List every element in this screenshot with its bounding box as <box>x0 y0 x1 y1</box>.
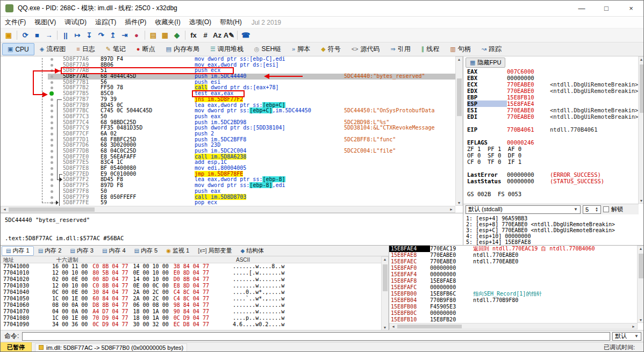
register-flags-row[interactable]: CF 0 TF 0 IF 1 <box>463 159 639 165</box>
bp-gutter-dot[interactable] <box>51 58 53 61</box>
tab-memory-map[interactable]: ▤内存布局 <box>161 43 205 55</box>
register-ebx[interactable]: EBX00000000 <box>463 75 639 81</box>
bp-gutter-dot[interactable] <box>51 116 53 118</box>
dump-row[interactable]: 7704109034 00 36 000C D9 04 7730 00 32 0… <box>1 321 381 328</box>
bp-gutter-dot[interactable] <box>51 127 53 130</box>
menu-view[interactable]: 视图(V) <box>30 17 60 28</box>
call-argument[interactable]: 1: [esp+4] 96A59BB3 <box>463 215 639 221</box>
command-input[interactable] <box>22 332 610 341</box>
dump-row[interactable]: 7704103012 00 10 00C0 8B 04 770E 00 0C 0… <box>1 283 381 289</box>
bp-gutter-dot[interactable] <box>51 173 53 176</box>
register-ebp[interactable]: EBP15E8FB10 <box>463 94 639 100</box>
stack-row[interactable]: 15E8FB08F45905E3 <box>389 304 644 310</box>
tab-locals[interactable]: [x=]局部变量 <box>194 246 236 256</box>
disasm-row[interactable]: 5D8F77F850push eax <box>1 189 455 195</box>
dump-row[interactable]: 7704106008 00 0A 00D8 8B 04 7706 00 08 0… <box>1 302 381 308</box>
tab-memory-4[interactable]: ▤内存 4 <box>98 246 130 256</box>
stack-row[interactable]: 15E8FAEC770EABE0ntdll.770EABE0 <box>389 258 644 265</box>
dump-vertical-scrollbar[interactable]: ▲ ▼ <box>381 256 389 331</box>
step-out-icon[interactable]: ↥ <box>107 30 119 41</box>
dump-row[interactable]: 770410400C 00 0E 0030 84 04 772A 00 2C 0… <box>1 289 381 296</box>
register-eip[interactable]: EIP770B4061ntdll.770B4061 <box>463 126 639 133</box>
bp-gutter-dot[interactable] <box>51 104 53 107</box>
phone-icon[interactable]: ☎ <box>240 30 252 41</box>
bp-gutter-dot[interactable] <box>51 167 53 170</box>
tab-breakpoints[interactable]: ●断点 <box>131 43 161 55</box>
stack-row[interactable]: 15E8FAE4770EAC19返回到 ntdll.770EAC19 自 ntd… <box>389 246 644 252</box>
bp-gutter-dot[interactable] <box>51 110 53 112</box>
unlock-checkbox[interactable] <box>603 206 609 212</box>
bp-gutter-dot[interactable] <box>51 178 53 181</box>
step-over-icon[interactable]: ↷ <box>95 30 107 41</box>
call-argument[interactable]: 4: [esp+10] 00000000 <box>463 233 639 239</box>
bp-gutter-dot[interactable] <box>51 81 53 84</box>
fx-icon[interactable]: fx <box>188 30 199 41</box>
register-esi[interactable]: ESI770EABE0<ntdll.DbgUiRemoteBreakin> <box>463 107 639 113</box>
patches-icon[interactable]: ▦ <box>159 30 171 41</box>
stack-row[interactable]: 15E8FAE8770EABE0ntdll.770EABE0 <box>389 252 644 258</box>
stack-row[interactable]: 15E8FB0C00000000 <box>389 310 644 317</box>
disasm-row[interactable]: 5D8F77FE59pop ecx <box>1 200 455 206</box>
restart-icon[interactable]: ⟳ <box>19 30 31 41</box>
tab-references[interactable]: ⇒引用 <box>385 43 416 55</box>
register-ecx[interactable]: ECX770EABE0<ntdll.DbgUiRemoteBreakin> <box>463 81 639 88</box>
register-flags-row[interactable]: GS 002B FS 0053 <box>463 191 639 197</box>
disassembly-vertical-scrollbar[interactable]: ▲ ▼ <box>455 56 463 206</box>
stack-vertical-scrollbar[interactable]: ▲ ▼ <box>637 246 644 323</box>
minimize-button[interactable]: — <box>569 1 594 16</box>
bp-gutter-dot[interactable] <box>51 98 53 101</box>
stack-row[interactable]: 15E8FAF400000000 <box>389 271 644 278</box>
bp-gutter-dot[interactable] <box>51 161 53 164</box>
menu-options[interactable]: 选项(O) <box>185 17 216 28</box>
tab-script[interactable]: »脚本 <box>287 43 316 55</box>
register-eflags[interactable]: EFLAGS00000246 <box>463 139 639 146</box>
bp-gutter-dot[interactable] <box>51 64 53 67</box>
az-icon[interactable]: Az <box>211 30 223 41</box>
tab-memory-3[interactable]: ▤内存 3 <box>66 246 98 256</box>
tab-struct[interactable]: ◆结构体 <box>237 246 269 256</box>
argument-depth-spinner[interactable]: 5 ▲▼ <box>583 205 601 214</box>
register-esp[interactable]: ESP15E8FAE4 <box>463 100 639 107</box>
stack-row[interactable]: 15E8FB0015E8FB6C指向SEH_Record[1]的指针 <box>389 291 644 297</box>
stack-row[interactable]: 15E8FAF815E8FAE8 <box>389 278 644 284</box>
pause-icon[interactable]: || <box>60 30 71 41</box>
tab-source[interactable]: <>源代码 <box>346 43 385 55</box>
bp-gutter-dot[interactable] <box>51 190 53 193</box>
tab-threads[interactable]: ∥线程 <box>416 43 445 55</box>
bp-gutter-dot[interactable] <box>51 144 53 147</box>
tab-memory-5[interactable]: ▤内存 5 <box>130 246 162 256</box>
bp-gutter-dot[interactable] <box>51 121 53 124</box>
call-argument[interactable]: 3: [esp+C] 770EABE0 <ntdll.DbgUiRemoteBr… <box>463 227 639 233</box>
bp-gutter-dot[interactable] <box>51 75 53 78</box>
memory-dump-panel[interactable]: ▤内存 1▤内存 2▤内存 3▤内存 4▤内存 5◉监视 1[x=]局部变量◆结… <box>1 246 389 331</box>
register-flags-row[interactable]: ZF 1 PF 1 AF 0 <box>463 146 639 152</box>
dump-row[interactable]: 770410801C 00 1E 0070 D9 04 7718 00 1A 0… <box>1 315 381 321</box>
bp-gutter-dot[interactable] <box>51 87 53 89</box>
menu-favourites[interactable]: 收藏夹(I) <box>151 17 184 28</box>
memory-map-icon[interactable]: ▤ <box>147 30 159 41</box>
menu-debug[interactable]: 调试(D) <box>60 17 91 28</box>
register-edi[interactable]: EDI770EABE0<ntdll.DbgUiRemoteBreakin> <box>463 113 639 120</box>
bp-gutter-dot[interactable] <box>51 133 53 135</box>
stack-panel[interactable]: 15E8FAE4770EAC19返回到 ntdll.770EAC19 自 ntd… <box>389 246 644 331</box>
tab-graph[interactable]: ◈流程图 <box>34 43 71 55</box>
bp-gutter-dot[interactable] <box>51 156 53 159</box>
breakpoint-dot[interactable] <box>49 91 54 96</box>
disassembly-panel[interactable]: 5D8F77A6897D F4mov dword ptr ss:[ebp-C],… <box>1 56 463 245</box>
register-eax[interactable]: EAX007C6000 <box>463 68 639 75</box>
bp-gutter-dot[interactable] <box>51 150 53 153</box>
dump-row[interactable]: 7704101012 00 10 0080 5B 04 770E 00 10 0… <box>1 270 381 276</box>
hide-fpu-button[interactable]: ▦ 隐藏FPU <box>466 58 505 68</box>
stack-row[interactable]: 15E8FB04770B9F80ntdll.770B9F80 <box>389 297 644 304</box>
register-flags-row[interactable]: OF 0 SF 0 DF 0 <box>463 152 639 159</box>
run-to-cursor-icon[interactable]: ↦ <box>71 30 83 41</box>
command-syntax-select[interactable]: 默认 ▼ <box>612 332 641 341</box>
menu-plugins[interactable]: 插件(P) <box>120 17 151 28</box>
annotate-icon[interactable]: A✎ <box>223 30 235 41</box>
stack-row[interactable]: 15E8FB1015E8FB20 <box>389 317 644 323</box>
tab-notes[interactable]: ✎笔记 <box>101 43 131 55</box>
disassembly-horizontal-scrollbar[interactable]: ◄ ► <box>1 206 455 213</box>
hash-icon[interactable]: # <box>199 30 211 41</box>
register-edx[interactable]: EDX770EABE0<ntdll.DbgUiRemoteBreakin> <box>463 88 639 94</box>
open-file-icon[interactable]: ▣ <box>3 30 15 41</box>
